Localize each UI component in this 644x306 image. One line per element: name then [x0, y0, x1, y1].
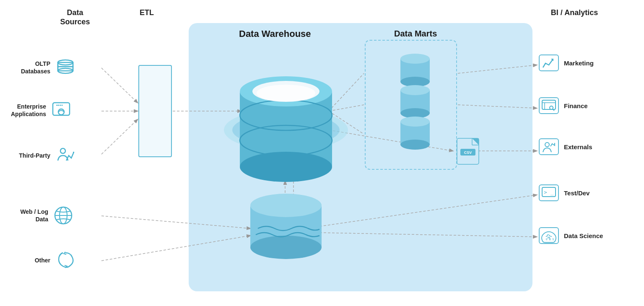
externals-label: Externals: [564, 143, 592, 150]
other-icon: [55, 249, 76, 271]
finance-icon: [539, 97, 559, 114]
svg-point-63: [550, 106, 553, 109]
bi-marketing: Marketing: [539, 54, 594, 71]
source-enterprise: EnterpriseApplications: [8, 99, 72, 121]
svg-line-0: [101, 68, 138, 103]
source-thirdparty-label: Third-Party: [13, 152, 50, 159]
datascience-icon: 0 1 1 0 1: [539, 227, 559, 244]
testdev-icon: > _: [539, 184, 559, 201]
data-sources-label: Data Sources: [44, 8, 106, 26]
bi-datascience: 0 1 1 0 1 Data Science: [539, 227, 603, 244]
bi-externals: Externals: [539, 138, 592, 155]
source-weblog: Web / LogData: [10, 205, 74, 226]
enterprise-app-icon: [50, 99, 72, 121]
data-warehouse-label: Data Warehouse: [239, 29, 311, 39]
etl-label: ETL: [130, 8, 164, 18]
svg-rect-60: [542, 100, 556, 109]
marketing-icon: [539, 54, 559, 71]
oltp-database-icon: [55, 57, 76, 78]
svg-text:0 1: 0 1: [549, 238, 554, 241]
source-oltp-label: OLTPDatabases: [13, 60, 50, 75]
data-lake-label: Data Lake: [260, 247, 310, 257]
finance-label: Finance: [564, 102, 588, 109]
svg-point-53: [58, 105, 60, 106]
svg-point-51: [58, 109, 64, 115]
datascience-label: Data Science: [564, 232, 603, 239]
source-weblog-label: Web / LogData: [10, 208, 48, 223]
etl-box: [138, 65, 172, 157]
svg-point-54: [60, 105, 61, 106]
externals-icon: [539, 138, 559, 155]
data-marts-box: [365, 40, 457, 170]
svg-point-65: [545, 143, 549, 147]
svg-text:> _: > _: [544, 189, 554, 195]
weblog-icon: [52, 205, 74, 226]
svg-line-71: [549, 235, 551, 236]
svg-point-56: [60, 148, 65, 153]
main-background: [189, 23, 532, 291]
data-marts-label: Data Marts: [394, 29, 437, 39]
bi-testdev: > _ Test/Dev: [539, 184, 589, 201]
thirdparty-icon: [55, 145, 76, 166]
source-oltp: OLTPDatabases: [13, 57, 76, 78]
svg-line-2: [101, 119, 138, 154]
diagram-container: Data Sources ETL BI / Analytics Data War…: [0, 0, 644, 306]
marketing-label: Marketing: [564, 60, 594, 67]
bi-analytics-label: BI / Analytics: [532, 8, 616, 18]
source-thirdparty: Third-Party: [13, 145, 76, 166]
bi-finance: Finance: [539, 97, 588, 114]
testdev-label: Test/Dev: [564, 189, 589, 197]
svg-point-55: [62, 105, 63, 106]
source-enterprise-label: EnterpriseApplications: [8, 103, 46, 118]
source-other: Other: [13, 249, 76, 271]
source-other-label: Other: [13, 257, 50, 264]
